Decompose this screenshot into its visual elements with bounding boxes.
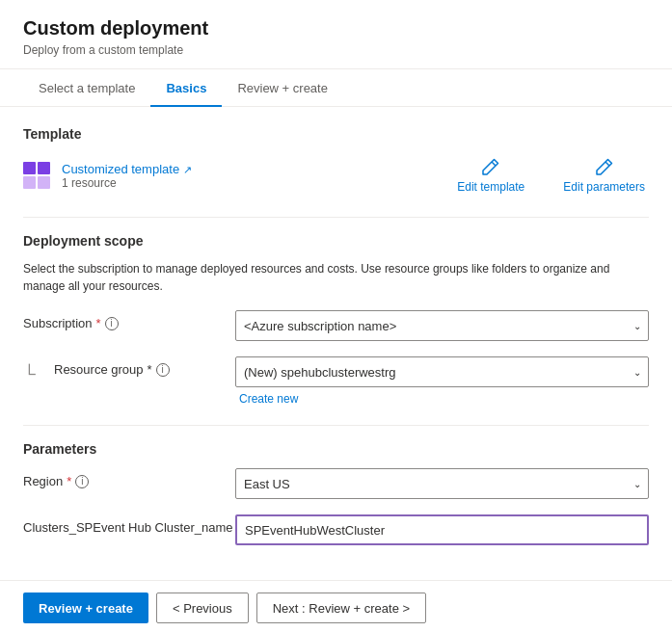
edit-template-icon [481,157,500,176]
region-select[interactable]: East US [235,468,649,499]
subscription-info-icon[interactable]: i [105,317,119,330]
resource-group-indent: └ [23,356,54,384]
previous-button[interactable]: < Previous [156,592,249,623]
template-left: Customized template ↗ 1 resource [23,162,192,190]
page-header: Custom deployment Deploy from a custom t… [0,0,672,69]
edit-template-button[interactable]: Edit template [453,153,528,198]
resource-group-row: └ Resource group * i (New) spehubcluster… [23,356,649,406]
tab-select-template[interactable]: Select a template [23,69,150,107]
main-content: Template Customized template ↗ 1 resourc… [0,107,672,580]
resource-group-label-container: Resource group * i [54,356,235,377]
parameters-section: Parameters Region * i East US ⌄ Clusters… [23,441,649,545]
page-title: Custom deployment [23,17,649,40]
resource-group-control: (New) spehubclusterwestrg ⌄ Create new [235,356,649,406]
cluster-name-label: Clusters_SPEvent Hub Cluster_name [23,514,235,535]
deployment-scope-section: Deployment scope Select the subscription… [23,233,649,406]
tabs-bar: Select a template Basics Review + create [0,69,672,107]
parameters-label: Parameters [23,441,649,457]
section-divider-1 [23,217,649,218]
resource-group-select[interactable]: (New) spehubclusterwestrg [235,356,649,387]
section-divider-2 [23,425,649,426]
create-new-resource-group-link[interactable]: Create new [239,392,298,406]
next-button[interactable]: Next : Review + create > [256,592,426,623]
region-control: East US ⌄ [235,468,649,499]
region-label: Region * i [23,468,235,488]
template-name-link[interactable]: Customized template ↗ [62,162,192,176]
template-row: Customized template ↗ 1 resource Edit te… [23,153,649,198]
resource-group-info-icon[interactable]: i [156,363,170,377]
resource-group-select-wrapper: (New) spehubclusterwestrg ⌄ [235,356,649,387]
edit-parameters-button[interactable]: Edit parameters [559,153,649,198]
region-info-icon[interactable]: i [75,475,89,488]
tab-review-create[interactable]: Review + create [222,69,343,107]
cluster-name-control [235,514,649,545]
template-actions: Edit template Edit parameters [453,153,649,198]
edit-parameters-icon [595,157,614,176]
deployment-scope-desc: Select the subscription to manage deploy… [23,260,649,295]
region-field: Region * i East US ⌄ [23,468,649,499]
external-link-icon: ↗ [183,164,192,175]
region-select-wrapper: East US ⌄ [235,468,649,499]
template-section-label: Template [23,126,649,142]
resource-count: 1 resource [62,176,192,190]
subscription-required: * [96,316,101,330]
review-create-button[interactable]: Review + create [23,592,148,623]
template-info: Customized template ↗ 1 resource [62,162,192,190]
cluster-name-input[interactable] [235,514,649,545]
resource-group-required: * [148,362,152,377]
tab-basics[interactable]: Basics [150,69,222,107]
subscription-label: Subscription * i [23,310,235,330]
cluster-name-field: Clusters_SPEvent Hub Cluster_name [23,514,649,545]
region-required: * [67,474,71,488]
footer-bar: Review + create < Previous Next : Review… [0,580,672,632]
page-subtitle: Deploy from a custom template [23,43,649,57]
template-icon [23,162,50,189]
subscription-field: Subscription * i <Azure subscription nam… [23,310,649,341]
deployment-scope-label: Deployment scope [23,233,649,249]
subscription-select[interactable]: <Azure subscription name> [235,310,649,341]
subscription-select-wrapper: <Azure subscription name> ⌄ [235,310,649,341]
subscription-control: <Azure subscription name> ⌄ [235,310,649,341]
